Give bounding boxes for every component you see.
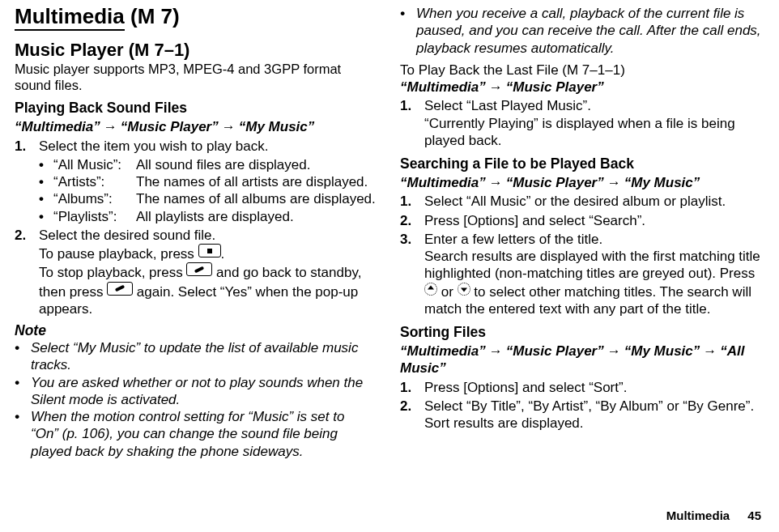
path-arrow-icon: → [100, 119, 121, 134]
step-number: 2. [400, 212, 421, 229]
step-number: 1. [400, 379, 421, 396]
def-row: • “Playlists”: All playlists are display… [39, 208, 376, 225]
path-seg: “Multimedia” [400, 175, 486, 190]
step-text: Press [Options] and select “Search”. [424, 212, 761, 229]
step-text: Press [Options] and select “Sort”. [424, 379, 761, 396]
step-body: Select “By Title”, “By Artist”, “By Albu… [424, 398, 761, 432]
step-number: 2. [15, 227, 36, 317]
section-number: (M 7–1) [129, 40, 190, 60]
def-desc: All playlists are displayed. [136, 208, 376, 225]
bullet-icon: • [39, 173, 50, 190]
step-line-part: to select other matching titles. The sea… [424, 284, 751, 317]
step-text: Select the item you wish to play back. [39, 138, 268, 154]
step-1: 1. Press [Options] and select “Sort”. [400, 379, 761, 396]
note-text: You are asked whether or not to play sou… [31, 374, 376, 409]
nav-path-3: “Multimedia”→“Music Player”→“My Music” [400, 174, 761, 191]
step-number: 1. [400, 193, 421, 210]
step-body: Select “Last Played Music”. “Currently P… [424, 97, 761, 149]
step-line: Select “By Title”, “By Artist”, “By Albu… [424, 398, 754, 414]
center-key-icon [198, 244, 221, 257]
bullet-icon: • [400, 5, 411, 57]
step-text: Select “All Music” or the desired album … [424, 193, 761, 210]
step-body: Select the item you wish to play back. •… [39, 138, 376, 225]
bullet-icon: • [39, 208, 50, 225]
note-item: • When the motion control setting for “M… [15, 408, 376, 460]
note-text: When the motion control setting for “Mus… [31, 408, 376, 460]
path-arrow-icon: → [700, 343, 720, 359]
end-key-icon [186, 262, 212, 276]
def-desc: All sound files are displayed. [136, 156, 376, 173]
subheading-sort: Sorting Files [400, 324, 761, 341]
path-seg: “Music Player” [506, 79, 604, 95]
step-line: “Currently Playing” is displayed when a … [424, 116, 735, 148]
note-item: • You are asked whether or not to play s… [15, 374, 376, 409]
playback-steps: 1. Select the item you wish to play back… [15, 138, 376, 318]
footer-page-number: 45 [733, 509, 761, 522]
manual-page: Multimedia (M 7) Music Player (M 7–1) Mu… [0, 0, 779, 532]
def-row: • “Artists”: The names of all artists ar… [39, 173, 376, 190]
def-term: “Albums”: [53, 190, 133, 207]
content-columns: Multimedia (M 7) Music Player (M 7–1) Mu… [15, 5, 761, 505]
path-seg: “My Music” [624, 175, 700, 190]
bullet-icon: • [15, 374, 26, 409]
title-number: (M 7) [130, 4, 180, 28]
def-row: • “All Music”: All sound files are displ… [39, 156, 376, 173]
left-column: Multimedia (M 7) Music Player (M 7–1) Mu… [15, 5, 376, 505]
section-heading: Music Player (M 7–1) [15, 40, 376, 60]
title-main: Multimedia [15, 4, 125, 31]
def-desc: The names of all artists are displayed. [136, 173, 376, 190]
bullet-icon: • [15, 408, 26, 460]
step-number: 1. [15, 138, 36, 225]
notes-list-continued: • When you receive a call, playback of t… [400, 5, 761, 57]
step-body: Enter a few letters of the title. Search… [424, 231, 761, 317]
bullet-icon: • [39, 156, 50, 173]
notes-list: • Select “My Music” to update the list o… [15, 339, 376, 460]
nav-down-icon [458, 283, 470, 296]
sort-steps: 1. Press [Options] and select “Sort”. 2.… [400, 379, 761, 432]
step-line-part: . [221, 246, 225, 262]
step-line: Select “Last Played Music”. [424, 98, 591, 113]
step-2: 2. Select the desired sound file. To pau… [15, 227, 376, 317]
note-text: Select “My Music” to update the list of … [31, 339, 376, 374]
path-arrow-icon: → [486, 343, 506, 359]
path-seg: “Multimedia” [400, 343, 486, 359]
nav-path-4: “Multimedia”→“Music Player”→“My Music”→“… [400, 343, 761, 377]
step-1: 1. Select the item you wish to play back… [15, 138, 376, 225]
step-number: 2. [400, 398, 421, 432]
def-row: • “Albums”: The names of all albums are … [39, 190, 376, 207]
step-3: 3. Enter a few letters of the title. Sea… [400, 231, 761, 317]
path-arrow-icon: → [604, 343, 624, 359]
path-arrow-icon: → [604, 175, 624, 190]
option-definitions: • “All Music”: All sound files are displ… [39, 156, 376, 225]
section-main: Music Player [15, 40, 124, 60]
step-line: Sort results are displayed. [424, 415, 584, 431]
subheading-search: Searching a File to be Played Back [400, 155, 761, 172]
step-line: Select the desired sound file. [39, 228, 215, 243]
def-term: “Playlists”: [53, 208, 133, 225]
step-line-part: To pause playback, press [39, 246, 198, 262]
subheading-play-last: To Play Back the Last File (M 7–1–1) [400, 62, 761, 79]
search-steps: 1. Select “All Music” or the desired alb… [400, 193, 761, 317]
step-line: Enter a few letters of the title. [424, 232, 602, 247]
def-term: “Artists”: [53, 173, 133, 190]
step-line-part: To stop playback, press [39, 265, 186, 280]
def-desc: The names of all albums are displayed. [136, 190, 376, 207]
step-line-part: Search results are displayed with the fi… [424, 249, 760, 281]
step-number: 3. [400, 231, 421, 317]
path-seg: “Music Player” [506, 175, 604, 190]
note-item: • When you receive a call, playback of t… [400, 5, 761, 57]
path-seg: “My Music” [624, 343, 700, 359]
def-term: “All Music”: [53, 156, 133, 173]
path-seg: “Multimedia” [400, 79, 486, 95]
path-arrow-icon: → [219, 119, 239, 134]
step-number: 1. [400, 97, 421, 149]
bullet-icon: • [15, 339, 26, 374]
path-arrow-icon: → [486, 79, 506, 95]
subheading-number: (M 7–1–1) [562, 62, 624, 78]
subheading-text: To Play Back the Last File [400, 62, 559, 78]
play-last-steps: 1. Select “Last Played Music”. “Currentl… [400, 97, 761, 149]
bullet-icon: • [39, 190, 50, 207]
path-seg: “Multimedia” [15, 119, 100, 134]
right-column: • When you receive a call, playback of t… [400, 5, 761, 505]
step-2: 2. Press [Options] and select “Search”. [400, 212, 761, 229]
